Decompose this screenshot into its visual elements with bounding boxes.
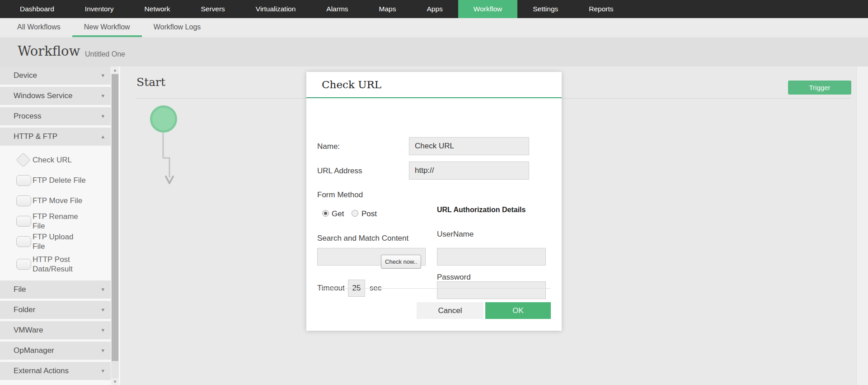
opmanager-workflow-page: Dashboard Inventory Network Servers Virt…	[0, 0, 868, 385]
nav-item-reports[interactable]: Reports	[573, 0, 629, 18]
trigger-button[interactable]: Trigger	[788, 81, 851, 95]
scroll-down-icon[interactable]: ▾	[111, 378, 119, 385]
tab-new-workflow[interactable]: New Workflow	[72, 18, 142, 37]
section-label: VMWare	[14, 321, 43, 339]
nav-item-maps[interactable]: Maps	[364, 0, 412, 18]
rect-icon	[16, 195, 31, 206]
password-field[interactable]	[437, 281, 546, 299]
chevron-down-icon: ▾	[101, 321, 104, 339]
ok-button[interactable]: OK	[485, 302, 551, 319]
sidebar-section-process[interactable]: Process ▾	[0, 107, 111, 125]
action-label: FTP Upload File	[33, 232, 86, 251]
section-label: Device	[14, 67, 37, 85]
chevron-down-icon: ▾	[101, 67, 104, 85]
sidebar-section-external-actions[interactable]: External Actions ▾	[0, 362, 111, 380]
section-label: Folder	[14, 301, 35, 319]
dialog-body: Name: URL Address Form Method Get Post U…	[306, 98, 562, 330]
name-field[interactable]	[409, 137, 529, 155]
url-authorization-header: URL Authorization Details	[437, 206, 525, 214]
sidebar-section-opmanager[interactable]: OpManager ▾	[0, 342, 111, 360]
section-label: Windows Service	[14, 87, 72, 105]
rect-icon	[16, 216, 31, 227]
username-label: UserName	[437, 230, 474, 239]
password-label: Password	[437, 273, 471, 282]
rect-icon	[16, 236, 31, 247]
canvas-right-scroll-track[interactable]	[856, 67, 868, 385]
name-label: Name:	[317, 142, 340, 151]
form-method-label: Form Method	[317, 190, 363, 200]
scroll-up-icon[interactable]: ▴	[111, 67, 119, 73]
nav-item-virtualization[interactable]: Virtualization	[240, 0, 311, 18]
workflow-tabs: All Workflows New Workflow Workflow Logs	[0, 18, 868, 38]
nav-item-dashboard[interactable]: Dashboard	[5, 0, 70, 18]
action-label: HTTP Post Data/Result	[33, 255, 86, 274]
chevron-down-icon: ▾	[101, 280, 104, 299]
chevron-down-icon: ▾	[101, 342, 104, 360]
sidebar-section-vmware[interactable]: VMWare ▾	[0, 321, 111, 339]
search-match-label: Search and Match Content	[317, 234, 408, 243]
scrollbar-thumb[interactable]	[112, 74, 118, 361]
workflow-canvas: Start Trigger Check URL Name: URL Addres…	[120, 67, 868, 385]
url-address-label: URL Address	[317, 166, 362, 176]
nav-item-servers[interactable]: Servers	[185, 0, 240, 18]
action-ftp-upload-file[interactable]: FTP Upload File	[0, 231, 111, 252]
nav-item-settings[interactable]: Settings	[517, 0, 573, 18]
action-sidebar: Device ▾ Windows Service ▾ Process ▾ HTT…	[0, 67, 111, 385]
action-check-url[interactable]: Check URL	[0, 150, 111, 170]
nav-item-inventory[interactable]: Inventory	[70, 0, 129, 18]
dialog-divider	[317, 288, 551, 289]
sidebar-section-http-ftp[interactable]: HTTP & FTP ▴	[0, 128, 111, 146]
tab-workflow-logs[interactable]: Workflow Logs	[142, 18, 213, 37]
action-ftp-delete-file[interactable]: FTP Delete File	[0, 170, 111, 190]
section-label: External Actions	[14, 362, 69, 380]
action-http-post-data-result[interactable]: HTTP Post Data/Result	[0, 252, 111, 277]
nav-item-network[interactable]: Network	[129, 0, 186, 18]
username-field[interactable]	[437, 248, 546, 266]
connector-arrow	[156, 129, 183, 190]
nav-item-alarms[interactable]: Alarms	[311, 0, 363, 18]
check-now-button[interactable]: Check now..	[381, 255, 421, 269]
nav-item-apps[interactable]: Apps	[411, 0, 458, 18]
page-title: Workflow	[18, 43, 80, 59]
tab-all-workflows[interactable]: All Workflows	[5, 18, 72, 37]
post-radio-label[interactable]: Post	[361, 209, 377, 219]
action-ftp-move-file[interactable]: FTP Move File	[0, 190, 111, 211]
sidebar-section-file[interactable]: File ▾	[0, 280, 111, 299]
sidebar-section-device[interactable]: Device ▾	[0, 67, 111, 85]
sidebar-section-folder[interactable]: Folder ▾	[0, 301, 111, 319]
dialog-title: Check URL	[322, 79, 381, 90]
sidebar-section-windows-service[interactable]: Windows Service ▾	[0, 87, 111, 105]
start-label: Start	[136, 76, 165, 89]
chevron-down-icon: ▾	[101, 87, 104, 105]
action-label: FTP Move File	[33, 196, 82, 205]
dialog-header: Check URL	[306, 72, 562, 98]
sidebar-scrollbar[interactable]: ▴ ▾	[111, 67, 119, 385]
chevron-down-icon: ▾	[101, 107, 104, 125]
action-label: Check URL	[33, 155, 72, 165]
section-label: File	[14, 280, 26, 299]
http-ftp-actions: Check URL FTP Delete File FTP Move File …	[0, 148, 111, 280]
nav-item-workflow[interactable]: Workflow	[458, 0, 517, 18]
chevron-down-icon: ▾	[101, 301, 104, 319]
start-node[interactable]	[150, 105, 177, 133]
action-label: FTP Delete File	[33, 176, 86, 185]
chevron-down-icon: ▾	[101, 362, 104, 380]
section-label: OpManager	[14, 342, 54, 360]
section-label: HTTP & FTP	[14, 128, 57, 146]
get-radio-label[interactable]: Get	[332, 209, 344, 219]
page-header: Workflow Untitled One	[0, 38, 868, 67]
action-label: FTP Rename File	[33, 212, 86, 231]
rect-icon	[16, 259, 31, 270]
url-address-field[interactable]	[409, 162, 529, 180]
workflow-name: Untitled One	[85, 50, 125, 58]
action-ftp-rename-file[interactable]: FTP Rename File	[0, 211, 111, 231]
cancel-button[interactable]: Cancel	[417, 302, 483, 319]
diamond-icon	[16, 152, 31, 167]
rect-icon	[16, 175, 31, 186]
check-url-dialog: Check URL Name: URL Address Form Method …	[306, 72, 562, 331]
post-radio[interactable]	[352, 210, 358, 217]
top-nav: Dashboard Inventory Network Servers Virt…	[0, 0, 868, 18]
get-radio[interactable]	[322, 210, 329, 217]
section-label: Process	[14, 107, 41, 125]
chevron-up-icon: ▴	[101, 128, 104, 146]
